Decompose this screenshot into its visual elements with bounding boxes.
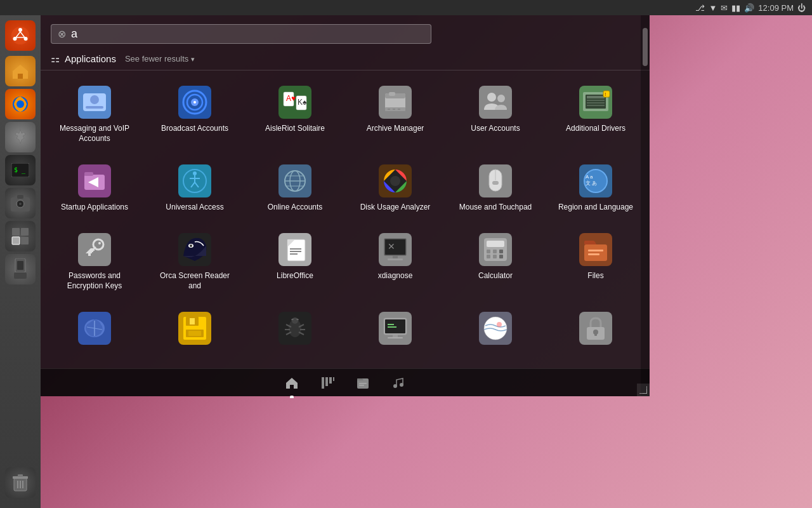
app-libreoffice[interactable]: LibreOffice — [246, 225, 344, 302]
broadcast-accounts-icon — [178, 86, 211, 119]
see-fewer-arrow-icon: ▾ — [191, 55, 195, 63]
svg-rect-57 — [587, 100, 605, 101]
svg-rect-17 — [12, 237, 20, 244]
app-startup-applications[interactable]: Startup Applications — [46, 157, 143, 223]
nav-home-button[interactable] — [280, 371, 303, 394]
sidebar-files-home[interactable] — [5, 56, 36, 86]
svg-rect-21 — [14, 272, 27, 279]
svg-point-166 — [400, 383, 403, 387]
sidebar-usb[interactable] — [5, 254, 36, 284]
svg-rect-101 — [290, 251, 301, 252]
app-universal-access[interactable]: Universal Access — [146, 157, 244, 223]
svg-text:文 あ: 文 あ — [586, 180, 597, 186]
svg-rect-47 — [388, 109, 390, 110]
svg-rect-100 — [290, 248, 301, 250]
app-bug[interactable] — [246, 304, 344, 361]
app-archive-manager[interactable]: Archive Manager — [346, 78, 444, 154]
svg-text:$ _: $ _ — [14, 166, 26, 174]
sidebar-camera[interactable] — [5, 188, 36, 218]
files-icon — [579, 233, 612, 266]
app-files[interactable]: Files — [547, 225, 645, 302]
svg-point-14 — [19, 203, 22, 205]
svg-rect-48 — [393, 109, 395, 110]
floppy-icon — [178, 312, 211, 345]
search-wrapper[interactable]: ⊗ a — [51, 24, 431, 44]
svg-rect-16 — [21, 228, 29, 236]
svg-rect-102 — [290, 253, 298, 255]
svg-rect-58 — [587, 102, 605, 104]
app-marble[interactable] — [447, 304, 544, 361]
svg-rect-65 — [84, 172, 93, 176]
svg-rect-159 — [325, 377, 328, 386]
battery-icon: ▮▮ — [731, 3, 740, 13]
app-name-online-accounts: Online Accounts — [268, 203, 323, 213]
svg-point-52 — [497, 95, 505, 102]
sidebar-settings[interactable] — [5, 122, 36, 152]
nav-music-button[interactable] — [387, 371, 410, 394]
svg-rect-119 — [584, 244, 607, 261]
app-name-calculator: Calculator — [478, 271, 513, 281]
app-region-language[interactable]: A a 文 あ Region and Language — [547, 157, 645, 223]
ubuntu-logo-button[interactable] — [5, 20, 36, 51]
app-mouse-touchpad[interactable]: Mouse and Touchpad — [447, 157, 544, 223]
universal-access-icon — [178, 164, 211, 197]
app-name-disk-usage: Disk Usage Analyzer — [360, 203, 431, 213]
svg-rect-117 — [499, 255, 503, 258]
svg-rect-31 — [86, 106, 103, 109]
scroll-thumb[interactable] — [643, 28, 648, 66]
scrollbar[interactable] — [641, 15, 650, 396]
app-lock-screen[interactable] — [547, 304, 645, 361]
app-online-accounts[interactable]: Online Accounts — [246, 157, 344, 223]
app-launcher: ⊗ a ⚏ Applications See fewer results ▾ M… — [41, 15, 650, 396]
search-clear-button[interactable]: ⊗ — [58, 28, 66, 40]
app-name-startup-applications: Startup Applications — [61, 203, 128, 213]
app-name-broadcast-accounts: Broadcast Accounts — [161, 124, 228, 134]
sidebar-firefox[interactable] — [5, 89, 36, 119]
nav-files-button[interactable] — [351, 371, 374, 394]
svg-rect-56 — [587, 96, 605, 98]
sidebar-workspace[interactable] — [5, 221, 36, 251]
app-xdiagnose[interactable]: ✕ xdiagnose — [346, 225, 444, 302]
bottom-nav — [41, 368, 650, 396]
sidebar-terminal[interactable]: $ _ — [5, 155, 36, 185]
svg-rect-149 — [388, 337, 403, 338]
app-monitor-settings[interactable] — [346, 304, 444, 361]
app-floppy[interactable] — [146, 304, 244, 361]
app-aisleriot-solitaire[interactable]: A♥ K♠ AisleRiot Solitaire — [246, 78, 344, 154]
app-brain[interactable] — [46, 304, 143, 361]
additional-drivers-icon: ! — [579, 86, 612, 119]
app-messaging-voip[interactable]: Messaging and VoIP Accounts — [46, 78, 143, 154]
svg-point-165 — [393, 384, 397, 388]
see-fewer-button[interactable]: See fewer results ▾ — [125, 54, 195, 64]
svg-rect-115 — [487, 255, 490, 258]
svg-rect-161 — [333, 377, 334, 381]
app-broadcast-accounts[interactable]: Broadcast Accounts — [146, 78, 244, 154]
marble-icon — [479, 312, 512, 345]
search-input[interactable]: a — [71, 27, 424, 41]
app-name-files: Files — [587, 271, 603, 281]
bluetooth-icon: ⎇ — [695, 3, 705, 13]
app-calculator[interactable]: Calculator — [447, 225, 544, 302]
svg-point-96 — [190, 244, 192, 247]
sidebar-trash[interactable] — [5, 467, 36, 498]
app-name-aisleriot: AisleRiot Solitaire — [265, 124, 325, 134]
resize-handle[interactable] — [637, 384, 650, 396]
app-disk-usage-analyzer[interactable]: Disk Usage Analyzer — [346, 157, 444, 223]
app-additional-drivers[interactable]: ! Additional Drivers — [547, 78, 645, 154]
brain-icon — [78, 312, 111, 345]
svg-rect-145 — [385, 319, 405, 333]
apps-grid: Messaging and VoIP Accounts Broadcast Ac… — [41, 70, 650, 368]
svg-rect-157 — [594, 332, 597, 336]
app-user-accounts[interactable]: User Accounts — [447, 78, 544, 154]
nav-apps-button[interactable] — [316, 371, 339, 394]
svg-point-51 — [487, 93, 496, 102]
svg-point-152 — [497, 322, 502, 327]
app-name-orca: Orca Screen Reader and — [157, 271, 233, 291]
app-orca-screen-reader[interactable]: Orca Screen Reader and — [146, 225, 244, 302]
app-passwords-encryption[interactable]: Passwords and Encryption Keys — [46, 225, 143, 302]
svg-rect-18 — [21, 237, 29, 244]
app-name-passwords-encryption: Passwords and Encryption Keys — [56, 271, 133, 291]
orca-icon — [178, 233, 211, 266]
passwords-encryption-icon — [78, 233, 111, 266]
svg-rect-107 — [393, 256, 398, 258]
